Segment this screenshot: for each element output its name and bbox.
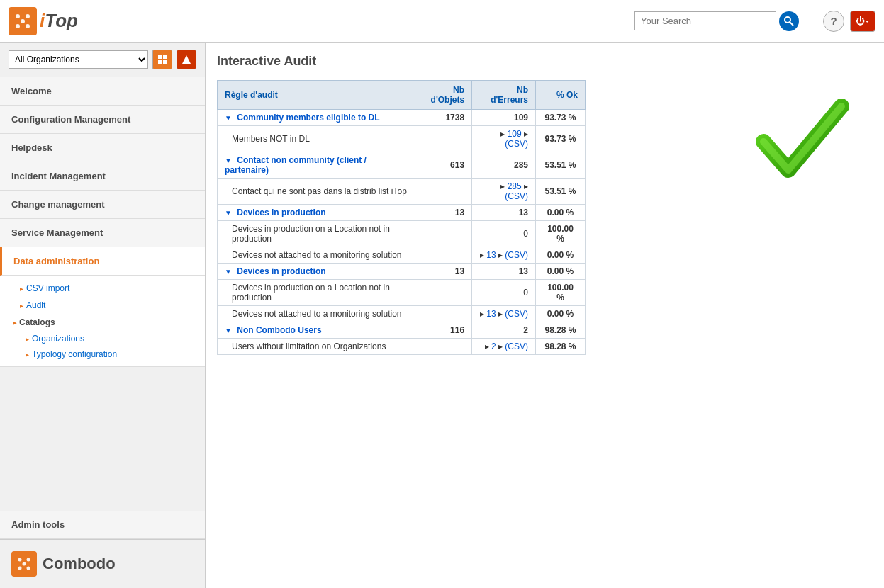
power-button[interactable]: ⏻▾ — [850, 11, 875, 32]
svg-rect-10 — [163, 60, 167, 64]
submenu-csv-import[interactable]: CSV import — [0, 280, 205, 297]
svg-rect-7 — [158, 55, 162, 59]
pct-ok-cell: 53.51 % — [536, 152, 586, 179]
itop-logo-icon — [9, 7, 37, 35]
logo-text: iTop — [40, 10, 78, 32]
org-icon-btn-1[interactable] — [152, 50, 172, 69]
group-label-link[interactable]: Devices in production — [237, 208, 325, 217]
csv-link[interactable]: (CSV) — [505, 309, 528, 319]
nb-objets-cell: 13 — [415, 264, 472, 280]
svg-marker-11 — [182, 55, 191, 64]
sub-count-link[interactable]: 13 — [486, 250, 496, 260]
org-icon-btn-2[interactable] — [177, 50, 196, 69]
search-button[interactable] — [779, 11, 799, 31]
pct-ok-cell: 93.73 % — [536, 110, 586, 126]
sub-count-cell — [415, 306, 472, 322]
help-button[interactable]: ? — [823, 11, 844, 32]
combodo-text: Combodo — [43, 555, 116, 573]
sidebar-item-welcome[interactable]: Welcome — [0, 77, 205, 106]
svg-point-0 — [16, 14, 20, 18]
collapse-icon[interactable]: ▼ — [225, 157, 232, 164]
main-layout: All Organizations Welcome Configuration … — [0, 43, 884, 588]
csv-link[interactable]: (CSV) — [505, 250, 528, 260]
sub-count-cell — [415, 339, 472, 355]
svg-rect-9 — [158, 60, 162, 64]
table-row: Users without limitation on Organization… — [218, 339, 586, 355]
svg-point-4 — [26, 24, 30, 28]
logo-area: iTop — [9, 7, 78, 35]
csv-link[interactable]: (CSV) — [505, 341, 528, 351]
svg-line-6 — [790, 22, 794, 26]
sidebar-item-config-mgmt[interactable]: Configuration Management — [0, 106, 205, 134]
combodo-logo: Combodo — [0, 539, 205, 588]
nb-objets-cell: 1738 — [415, 110, 472, 126]
table-row: Contact qui ne sont pas dans la distrib … — [218, 179, 586, 205]
sidebar-item-incident-mgmt[interactable]: Incident Management — [0, 162, 205, 191]
submenu-organizations[interactable]: Organizations — [0, 331, 205, 346]
page-title: Interactive Audit — [217, 54, 873, 69]
search-area — [634, 11, 799, 31]
svg-point-14 — [23, 562, 26, 566]
col-header-objets: Nb d'Objets — [415, 81, 472, 110]
search-input[interactable] — [634, 11, 776, 30]
collapse-icon[interactable]: ▼ — [225, 268, 232, 276]
submenu-audit[interactable]: Audit — [0, 297, 205, 314]
svg-rect-8 — [163, 55, 167, 59]
collapse-icon[interactable]: ▼ — [225, 327, 232, 334]
nb-erreurs-cell: 109 — [472, 110, 536, 126]
sidebar-item-service-mgmt[interactable]: Service Management — [0, 219, 205, 247]
nb-erreurs-cell: 13 — [472, 205, 536, 221]
sub-count-link[interactable]: 13 — [486, 309, 496, 319]
sub-count-link[interactable]: 2 — [491, 341, 496, 351]
combodo-icon — [11, 551, 37, 577]
sub-count-cell — [415, 126, 472, 152]
sub-count-link[interactable]: 285 — [508, 181, 522, 191]
group-label-link[interactable]: Non Combodo Users — [237, 325, 321, 335]
pct-ok-cell: 98.28 % — [536, 322, 586, 339]
collapse-icon[interactable]: ▼ — [225, 209, 232, 217]
col-header-pct: % Ok — [536, 81, 586, 110]
submenu-catalogs[interactable]: Catalogs — [0, 314, 205, 331]
svg-point-5 — [785, 17, 790, 23]
group-label-link[interactable]: Community members eligible to DL — [237, 113, 379, 123]
sub-pct-cell: 100.00 % — [536, 280, 586, 306]
sub-pct-cell: 100.00 % — [536, 221, 586, 247]
sidebar-item-data-admin[interactable]: Data administration — [0, 247, 205, 276]
nb-objets-cell: 613 — [415, 152, 472, 179]
csv-link[interactable]: (CSV) — [505, 191, 528, 201]
nb-erreurs-cell: 2 — [472, 322, 536, 339]
sub-pct-cell: 98.28 % — [536, 339, 586, 355]
table-row: Devices in production on a Location not … — [218, 221, 586, 247]
sub-label-cell: Devices in production on a Location not … — [218, 221, 415, 247]
submenu-typology[interactable]: Typology configuration — [0, 346, 205, 362]
sub-label-cell: Devices not attached to a monitoring sol… — [218, 306, 415, 322]
svg-point-13 — [27, 558, 30, 562]
table-row: Members NOT in DL ▸ 109 ▸ (CSV) 93.73 % — [218, 126, 586, 152]
nb-erreurs-cell: 285 — [472, 152, 536, 179]
sub-erreurs-cell: ▸ 2 ▸ (CSV) — [472, 339, 536, 355]
sub-pct-cell: 0.00 % — [536, 306, 586, 322]
sub-count-cell — [415, 221, 472, 247]
col-header-regle: Règle d'audit — [218, 81, 415, 110]
submenu-data-admin: CSV import Audit Catalogs Organizations … — [0, 276, 205, 367]
sub-erreurs-cell: ▸ 13 ▸ (CSV) — [472, 247, 536, 264]
group-label-link[interactable]: Devices in production — [237, 266, 325, 276]
sub-count-cell — [415, 179, 472, 205]
sub-count-link[interactable]: 109 — [508, 129, 522, 139]
sidebar-item-helpdesk[interactable]: Helpdesk — [0, 134, 205, 162]
sub-erreurs-cell: ▸ 13 ▸ (CSV) — [472, 306, 536, 322]
sidebar-item-change-mgmt[interactable]: Change management — [0, 191, 205, 219]
sub-erreurs-cell: 0 — [472, 280, 536, 306]
org-select[interactable]: All Organizations — [9, 50, 148, 69]
collapse-icon[interactable]: ▼ — [225, 114, 232, 122]
sub-label-cell: Users without limitation on Organization… — [218, 339, 415, 355]
csv-link[interactable]: (CSV) — [505, 139, 528, 149]
table-row: ▼ Devices in production 13 13 0.00 % — [218, 264, 586, 280]
table-row: Devices not attached to a monitoring sol… — [218, 247, 586, 264]
sidebar-item-admin-tools[interactable]: Admin tools — [0, 511, 205, 539]
header: iTop ? ⏻▾ — [0, 0, 884, 43]
nb-erreurs-cell: 13 — [472, 264, 536, 280]
sub-pct-cell: 53.51 % — [536, 179, 586, 205]
group-label-link[interactable]: Contact non community (client / partenai… — [225, 155, 367, 175]
sub-pct-cell: 93.73 % — [536, 126, 586, 152]
